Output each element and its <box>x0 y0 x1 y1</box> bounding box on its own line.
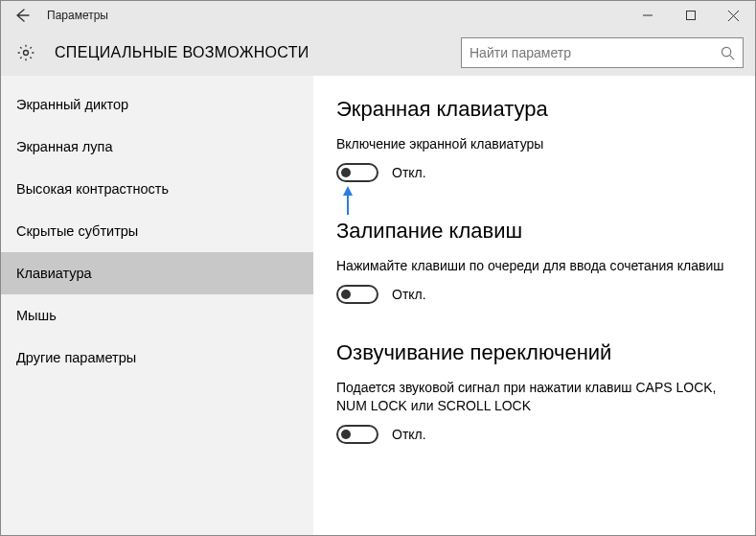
toggle-switch[interactable] <box>336 425 378 444</box>
settings-window: Параметры СПЕЦИАЛЬНЫЕ ВОЗМОЖНОСТИ <box>0 0 756 536</box>
section-gap <box>336 463 732 475</box>
close-icon <box>728 11 739 21</box>
sidebar-item[interactable]: Клавиатура <box>1 252 313 294</box>
sidebar-item-label: Высокая контрастность <box>16 181 169 197</box>
toggle-row: Откл. <box>336 285 732 304</box>
search-icon <box>720 45 735 60</box>
toggle-state-label: Откл. <box>392 287 426 302</box>
section-heading: Экранная клавиатура <box>336 97 732 122</box>
sidebar-item-label: Экранная лупа <box>16 139 112 154</box>
svg-marker-8 <box>343 186 353 196</box>
toggle-state-label: Откл. <box>392 427 426 442</box>
header: СПЕЦИАЛЬНЫЕ ВОЗМОЖНОСТИ <box>1 30 755 76</box>
gear-icon <box>14 41 37 64</box>
toggle-state-label: Откл. <box>392 165 426 180</box>
search-box[interactable] <box>461 37 744 68</box>
category-title: СПЕЦИАЛЬНЫЕ ВОЗМОЖНОСТИ <box>55 44 461 61</box>
maximize-icon <box>686 11 696 20</box>
search-input[interactable] <box>470 45 720 60</box>
toggle-knob <box>341 168 351 177</box>
sidebar-item[interactable]: Скрытые субтитры <box>1 210 313 252</box>
toggle-switch[interactable] <box>336 163 378 182</box>
callout-arrow-icon <box>336 186 359 221</box>
toggle-row: Откл. <box>336 425 732 444</box>
sidebar-item-label: Клавиатура <box>16 266 92 281</box>
sidebar-item[interactable]: Другие параметры <box>1 337 313 379</box>
sidebar-item-label: Экранный диктор <box>16 97 128 112</box>
sidebar-item[interactable]: Мышь <box>1 294 313 337</box>
body: Экранный дикторЭкранная лупаВысокая конт… <box>1 76 755 535</box>
toggle-row: Откл. <box>336 163 732 182</box>
section-description: Подается звуковой сигнал при нажатии кла… <box>336 379 732 415</box>
minimize-icon <box>643 11 653 20</box>
toggle-knob <box>341 430 351 439</box>
maximize-button[interactable] <box>669 1 712 30</box>
sidebar-item-label: Другие параметры <box>16 350 136 365</box>
titlebar: Параметры <box>1 1 755 30</box>
sidebar-item[interactable]: Экранный диктор <box>1 83 313 126</box>
section-description: Нажимайте клавиши по очереди для ввода с… <box>336 257 732 275</box>
svg-point-4 <box>24 51 29 56</box>
toggle-switch[interactable] <box>336 285 378 304</box>
svg-line-6 <box>729 55 733 58</box>
section-heading: Залипание клавиш <box>336 219 732 244</box>
window-title: Параметры <box>43 9 626 22</box>
minimize-button[interactable] <box>626 1 669 30</box>
section-gap <box>336 323 732 335</box>
sidebar-item[interactable]: Высокая контрастность <box>1 168 313 210</box>
svg-point-5 <box>722 47 730 56</box>
toggle-knob <box>341 290 351 299</box>
sidebar-item-label: Мышь <box>16 308 57 323</box>
section-gap <box>336 201 732 213</box>
window-controls <box>626 1 755 30</box>
back-button[interactable] <box>1 1 43 30</box>
section-heading: Озвучивание переключений <box>336 340 732 365</box>
sidebar: Экранный дикторЭкранная лупаВысокая конт… <box>1 76 313 535</box>
close-button[interactable] <box>712 1 755 30</box>
section-description: Включение экранной клавиатуры <box>336 135 732 153</box>
sidebar-item[interactable]: Экранная лупа <box>1 126 313 168</box>
svg-rect-1 <box>686 12 695 20</box>
content-pane: Экранная клавиатураВключение экранной кл… <box>313 76 755 535</box>
sidebar-item-label: Скрытые субтитры <box>16 223 138 239</box>
back-arrow-icon <box>14 8 30 23</box>
